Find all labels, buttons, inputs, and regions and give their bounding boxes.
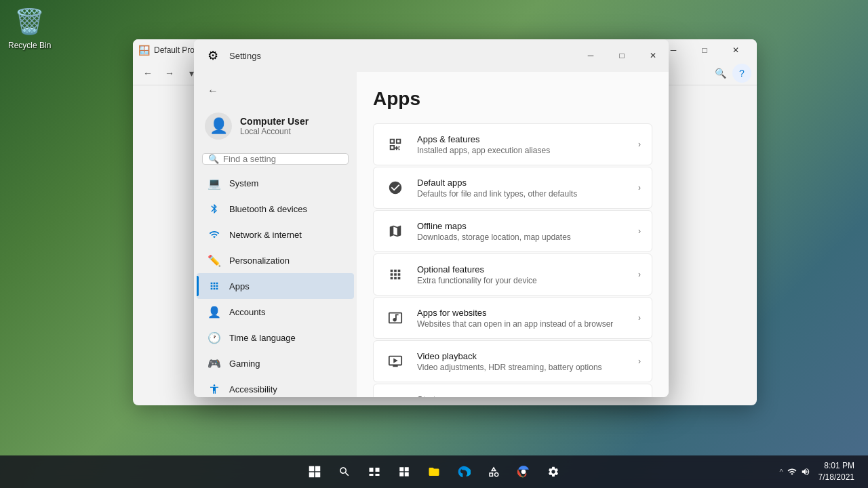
apps-websites-icon	[384, 307, 406, 329]
settings-close-btn[interactable]: ✕	[637, 39, 669, 72]
desktop: 🗑️ Recycle Bin 🪟 Default Programs ─ □ ✕ …	[0, 0, 868, 488]
startup-title: Startup	[417, 394, 627, 398]
sidebar-item-network[interactable]: Network & internet	[197, 222, 354, 247]
start-button[interactable]	[301, 458, 328, 485]
settings-item-offline-maps[interactable]: Offline maps Downloads, storage location…	[373, 210, 652, 252]
offline-maps-desc: Downloads, storage location, map updates	[417, 232, 627, 242]
dp-win-controls: ─ □ ✕	[658, 39, 751, 61]
sidebar-item-label: Network & internet	[229, 230, 302, 240]
settings-back-btn[interactable]: ←	[202, 80, 224, 102]
sidebar-item-label: Accounts	[229, 307, 265, 317]
user-info: Computer User Local Account	[240, 116, 309, 136]
widgets-btn[interactable]	[391, 458, 418, 485]
settings-title-label: Settings	[229, 51, 261, 61]
video-playback-title: Video playback	[417, 351, 627, 361]
taskbar-clock[interactable]: 8:01 PM 7/18/2021	[818, 460, 854, 483]
settings-item-apps-websites[interactable]: Apps for websites Websites that can open…	[373, 297, 652, 339]
settings-item-default-apps[interactable]: Default apps Defaults for file and link …	[373, 167, 652, 209]
settings-item-apps-features[interactable]: Apps & features Installed apps, app exec…	[373, 123, 652, 165]
sidebar-item-gaming[interactable]: 🎮 Gaming	[197, 350, 354, 376]
user-subtitle: Local Account	[240, 127, 309, 136]
sidebar-item-accounts[interactable]: 👤 Accounts	[197, 299, 354, 325]
settings-window: ⚙ Settings ─ □ ✕ ← 👤 Computer Us	[194, 39, 669, 397]
sidebar-item-apps[interactable]: Apps	[197, 273, 354, 299]
video-playback-icon	[384, 350, 406, 372]
apps-features-icon	[384, 134, 406, 155]
offline-maps-chevron: ›	[638, 226, 641, 236]
settings-sidebar: ← 👤 Computer User Local Account 🔍	[194, 72, 357, 397]
bluetooth-icon	[208, 202, 221, 216]
user-name: Computer User	[240, 116, 309, 127]
recycle-bin-label: Recycle Bin	[8, 41, 51, 50]
settings-search-box[interactable]: 🔍	[202, 153, 349, 165]
startup-icon	[384, 394, 406, 397]
search-icon: 🔍	[208, 154, 219, 164]
offline-maps-icon	[384, 220, 406, 242]
offline-maps-text: Offline maps Downloads, storage location…	[417, 221, 627, 242]
optional-features-text: Optional features Extra functionality fo…	[417, 264, 627, 285]
personalization-icon: ✏️	[208, 253, 221, 267]
dp-close-btn[interactable]: ✕	[720, 39, 751, 61]
sidebar-item-label: Apps	[229, 281, 250, 291]
dp-forward-btn[interactable]: →	[160, 64, 179, 83]
task-view[interactable]	[361, 458, 388, 485]
recycle-bin-icon: 🗑️	[14, 5, 46, 38]
video-playback-desc: Video adjustments, HDR streaming, batter…	[417, 363, 627, 372]
svg-point-0	[521, 470, 526, 474]
optional-features-icon	[384, 264, 406, 285]
settings-maximize-btn[interactable]: □	[606, 39, 637, 72]
dp-help-btn[interactable]: ?	[732, 64, 751, 83]
startup-text: Startup Apps that start automatically wh…	[417, 394, 627, 398]
dp-maximize-btn[interactable]: □	[689, 39, 720, 61]
network-icon	[208, 228, 221, 241]
clock-time: 8:01 PM	[818, 460, 854, 472]
system-icon: 💻	[208, 176, 221, 190]
default-apps-desc: Defaults for file and link types, other …	[417, 189, 627, 199]
file-explorer-btn[interactable]	[420, 458, 448, 485]
time-language-icon: 🕐	[208, 331, 221, 344]
settings-app-icon: ⚙	[202, 45, 224, 66]
apps-websites-text: Apps for websites Websites that can open…	[417, 308, 627, 329]
taskbar-center	[301, 458, 567, 485]
dp-search-btn[interactable]: 🔍	[711, 64, 730, 83]
settings-item-startup[interactable]: Startup Apps that start automatically wh…	[373, 384, 652, 397]
settings-minimize-btn[interactable]: ─	[575, 39, 606, 72]
apps-websites-desc: Websites that can open in an app instead…	[417, 319, 627, 329]
settings-win-controls: ─ □ ✕	[575, 39, 669, 72]
default-apps-text: Default apps Defaults for file and link …	[417, 178, 627, 199]
sidebar-item-time-language[interactable]: 🕐 Time & language	[197, 325, 354, 350]
taskbar: ^ 8:01 PM 7/18/2021	[0, 455, 868, 488]
gaming-icon: 🎮	[208, 357, 221, 370]
settings-taskbar-btn[interactable]	[540, 458, 567, 485]
chrome-btn[interactable]	[510, 458, 537, 485]
optional-features-title: Optional features	[417, 264, 627, 274]
optional-features-desc: Extra functionality for your device	[417, 276, 627, 285]
settings-item-optional-features[interactable]: Optional features Extra functionality fo…	[373, 253, 652, 296]
ms-store-btn[interactable]	[480, 458, 507, 485]
accounts-icon: 👤	[208, 305, 221, 319]
nav-back-area: ←	[194, 77, 357, 104]
sidebar-item-system[interactable]: 💻 System	[197, 170, 354, 196]
optional-features-chevron: ›	[638, 270, 641, 279]
taskbar-right: ^ 8:01 PM 7/18/2021	[779, 460, 863, 483]
offline-maps-title: Offline maps	[417, 221, 627, 231]
sidebar-item-label: Bluetooth & devices	[229, 204, 307, 214]
search-taskbar[interactable]	[331, 458, 358, 485]
search-input[interactable]	[223, 154, 342, 164]
default-apps-chevron: ›	[638, 183, 641, 192]
default-apps-title: Default apps	[417, 178, 627, 188]
recycle-bin[interactable]: 🗑️ Recycle Bin	[8, 5, 51, 50]
tray-chevron[interactable]: ^	[779, 468, 783, 476]
user-profile[interactable]: 👤 Computer User Local Account	[194, 104, 357, 148]
nav-list: 💻 System Bluetooth & devices Network	[194, 170, 357, 397]
video-playback-text: Video playback Video adjustments, HDR st…	[417, 351, 627, 372]
settings-item-video-playback[interactable]: Video playback Video adjustments, HDR st…	[373, 340, 652, 382]
apps-features-text: Apps & features Installed apps, app exec…	[417, 134, 627, 155]
settings-titlebar: ⚙ Settings ─ □ ✕	[194, 39, 669, 72]
sidebar-item-bluetooth[interactable]: Bluetooth & devices	[197, 196, 354, 222]
sidebar-item-personalization[interactable]: ✏️ Personalization	[197, 247, 354, 273]
edge-btn[interactable]	[450, 458, 477, 485]
settings-main: Apps Apps & features Installed apps, app…	[357, 72, 669, 397]
sidebar-item-accessibility[interactable]: Accessibility	[197, 376, 354, 397]
dp-back-btn[interactable]: ←	[138, 64, 157, 83]
